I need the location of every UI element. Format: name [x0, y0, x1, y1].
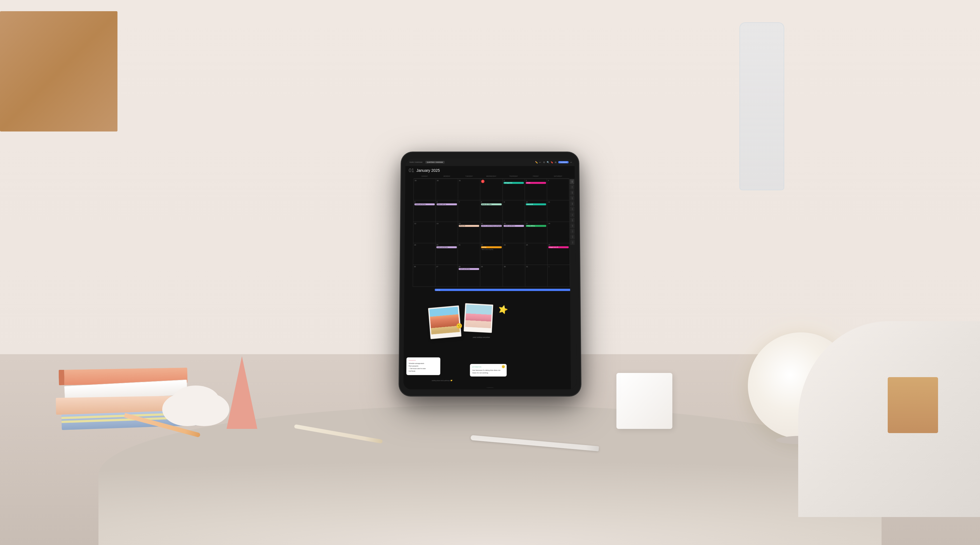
event-cc-jan5-text: Credit card bill due: [415, 204, 426, 205]
sidebar-dec[interactable]: DEC: [570, 240, 575, 245]
cal-cell-jan6[interactable]: 6 dinner catch up: [436, 200, 458, 222]
cal-cell-jan4[interactable]: 4: [547, 179, 570, 200]
cal-cell-jan30[interactable]: 30: [503, 265, 525, 287]
cal-cell-jan24[interactable]: 24: [525, 244, 547, 265]
cal-cell-jan27[interactable]: 27: [436, 265, 458, 287]
close-icon[interactable]: ×: [570, 161, 573, 164]
cal-cell-jan1[interactable]: 1: [480, 179, 503, 200]
reminder-item-3: ✓ Set house code for sister: [409, 368, 438, 369]
event-cc-jan16[interactable]: Credit card bill due: [504, 225, 524, 227]
cal-cell-jan21[interactable]: 21: [458, 244, 480, 265]
event-dinner-catchup-text: dinner catch up: [438, 204, 446, 205]
day-saturday: SATURDAY: [547, 175, 570, 178]
event-friday-delivery[interactable]: Friday delivery: [526, 225, 547, 227]
sidebar-nov[interactable]: NOV: [570, 234, 575, 239]
event-mlk: Martin Luther King Day: [481, 249, 502, 251]
cal-cell-dec29[interactable]: 29: [414, 179, 436, 200]
event-cc-jan28[interactable]: Credit card bill due: [459, 268, 479, 270]
cal-cell-jan15[interactable]: 15 book re: product design packaging: [480, 222, 503, 244]
event-maggie[interactable]: Maggie turns 29: [549, 247, 569, 249]
toolbar-icons: ✏️ ↩ ⚙ 🔍 🔖 ⊞ CALENDAR ×: [535, 161, 573, 164]
day-thursday: THURSDAY: [503, 175, 525, 178]
event-meeting-text: meeting: [482, 247, 486, 248]
star-sticker: ⭐: [497, 304, 509, 315]
event-cc-jan20[interactable]: Credit card bill due: [436, 247, 457, 249]
cal-cell-jan23[interactable]: 23: [503, 244, 525, 265]
event-meeting[interactable]: meeting: [481, 247, 502, 249]
cal-cell-jan22[interactable]: 22 meeting Martin Luther King Day: [480, 244, 503, 265]
event-mortgage-text: Mortgage due: [504, 182, 512, 183]
cal-cell-jan11[interactable]: 11: [547, 200, 570, 222]
cal-cell-jan17[interactable]: 17 Friday delivery: [525, 222, 547, 244]
cal-cell-dec31[interactable]: 31: [458, 179, 480, 200]
reminder-item-1: Schedule autoappraisals: [409, 363, 438, 364]
sidebar-mar[interactable]: MAR: [570, 190, 574, 195]
cal-cell-jan25[interactable]: 25 Maggie turns 29: [547, 244, 570, 265]
sidebar-jun[interactable]: JUN: [570, 207, 574, 212]
reminder-item-2: Pack passports: [409, 365, 438, 367]
sidebar-feb[interactable]: FEB: [570, 185, 574, 190]
calendar-badge[interactable]: CALENDAR: [558, 161, 569, 163]
sidebar-oct[interactable]: OCT: [570, 229, 575, 234]
pencil-icon[interactable]: ✏️: [535, 161, 538, 164]
event-cc-jan5[interactable]: Credit card bill due: [415, 203, 434, 206]
sidebar-jul[interactable]: JUL: [570, 212, 574, 217]
event-internet[interactable]: Internet bill: [526, 203, 546, 206]
settings-icon[interactable]: ⚙: [543, 161, 546, 164]
affirmation-note: AFFIRMATION 🙂 Just because it's taking t…: [470, 364, 506, 376]
sidebar-jan[interactable]: JAN: [570, 179, 574, 184]
day-num-4: 4: [548, 180, 568, 181]
cal-cell-jan26[interactable]: 26: [413, 265, 436, 287]
day-num-21: 21: [459, 244, 479, 246]
sidebar-sep[interactable]: SEP: [570, 223, 575, 228]
cal-cell-jan2[interactable]: 2 Mortgage due: [503, 179, 525, 200]
day-num-29b: 29: [481, 266, 502, 268]
cal-cell-jan10[interactable]: 10 Internet bill: [525, 200, 547, 222]
polaroid-pink: [464, 303, 493, 333]
photo-buildings: [429, 307, 460, 334]
event-dinner-catchup[interactable]: dinner catch up: [437, 203, 457, 206]
event-dentist[interactable]: dentist @ 2:30pm: [481, 203, 502, 206]
cal-cell-jan14[interactable]: 14 Phone bill: [458, 222, 480, 244]
tab-quarterly[interactable]: QUARTERLY OVERVIEW: [425, 161, 445, 164]
cal-cell-jan7[interactable]: 7: [458, 200, 480, 222]
cal-cell-jan3[interactable]: 3 Dinner: [525, 179, 547, 200]
search-icon[interactable]: 🔍: [547, 161, 549, 164]
cal-cell-jan19[interactable]: 19: [413, 244, 436, 265]
cal-cell-jan16[interactable]: 16 Credit card bill due: [503, 222, 525, 244]
day-num-6: 6: [437, 201, 457, 203]
cloud-object: [168, 387, 224, 429]
cal-cell-jan18[interactable]: 18: [547, 222, 570, 244]
cal-cell-jan12[interactable]: 12: [414, 222, 436, 244]
cal-cell-jan28[interactable]: 28 Credit card bill due: [458, 265, 480, 287]
cal-cell-jan31[interactable]: 31: [525, 265, 547, 287]
cal-cell-dec30[interactable]: 30: [436, 179, 458, 200]
event-dentist-text: dentist @ 2:30pm: [482, 204, 492, 205]
cal-cell-jan9[interactable]: 9: [503, 200, 525, 222]
event-dinner[interactable]: Dinner: [526, 182, 546, 184]
tab-yearly[interactable]: YEARLY OVERVIEW: [407, 161, 424, 164]
cal-cell-jan29[interactable]: 29: [480, 265, 503, 287]
polaroid-buildings: [428, 306, 461, 339]
cal-cell-jan13[interactable]: 13: [436, 222, 458, 244]
event-book[interactable]: book re: product design packaging: [481, 225, 502, 227]
undo-icon[interactable]: ↩: [539, 161, 542, 164]
sidebar-may[interactable]: MAY: [570, 201, 574, 206]
event-maggie-text: Maggie turns 29: [549, 247, 558, 248]
sidebar-apr[interactable]: APR: [570, 196, 574, 201]
cal-cell-jan5[interactable]: 5 Credit card bill due: [414, 200, 436, 222]
day-num-20: 20: [436, 244, 457, 246]
day-num-31b: 31: [526, 266, 547, 268]
cal-cell-jan8[interactable]: 8 dentist @ 2:30pm: [480, 200, 503, 222]
day-num-1: 1: [481, 180, 484, 183]
affirmation-label: AFFIRMATION: [472, 366, 504, 368]
grid-icon[interactable]: ⊞: [554, 161, 557, 164]
event-mortgage[interactable]: Mortgage due: [504, 182, 524, 184]
sidebar-aug[interactable]: AUG: [570, 218, 574, 223]
cal-cell-jan20[interactable]: 20 Credit card bill due: [436, 244, 458, 265]
cal-cell-feb1[interactable]: 1: [547, 265, 570, 287]
glass-vase: [740, 22, 784, 190]
bookmark-icon[interactable]: 🔖: [550, 161, 553, 164]
event-phone-bill[interactable]: Phone bill: [459, 225, 479, 227]
day-num-28: 28: [459, 266, 479, 268]
